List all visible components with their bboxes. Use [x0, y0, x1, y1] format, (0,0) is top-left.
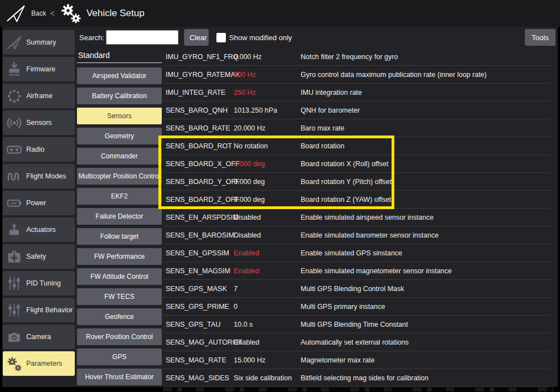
show-modified-checkbox[interactable] [216, 33, 226, 42]
back-button[interactable]: Back [31, 9, 46, 17]
param-row-sens-en-barosim[interactable]: SENS_EN_BAROSIM Disabled Enable simulate… [163, 226, 550, 244]
page-title: Vehicle Setup [86, 8, 144, 19]
param-row-sens-en-gpssim[interactable]: SENS_EN_GPSSIM Enabled Enable simulated … [163, 244, 550, 262]
search-label: Search: [79, 33, 104, 42]
tools-button[interactable]: Tools [525, 29, 556, 46]
content-area: Summary Firmware Airframe Sensors [2, 27, 558, 387]
actuator-icon [6, 222, 22, 238]
param-row-sens-board-y-off[interactable]: SENS_BOARD_Y_OFF 0.000 deg Board rotatio… [163, 173, 550, 191]
group-follow-target[interactable]: Follow target [77, 228, 162, 245]
group-multicopter-position-control[interactable]: Multicopter Position Control [77, 168, 162, 185]
group-ekf2[interactable]: EKF2 [77, 188, 162, 205]
group-commander[interactable]: Commander [77, 148, 162, 164]
param-row-sens-board-z-off[interactable]: SENS_BOARD_Z_OFF 0.000 deg Board rotatio… [163, 191, 550, 209]
group-sensors[interactable]: Sensors [77, 108, 162, 124]
sidebar-item-power[interactable]: Power [3, 191, 75, 215]
group-fw-tecs[interactable]: FW TECS [77, 288, 162, 305]
vehicle-setup-window: Back < Vehicle Setup Summary [0, 0, 560, 392]
sidebar-item-pid-tuning[interactable]: PID Tuning [3, 271, 75, 296]
vehicle-setup-gears-icon [60, 2, 82, 25]
camera-icon [6, 329, 22, 345]
param-row-sens-baro-rate[interactable]: SENS_BARO_RATE 20.000 Hz Baro max rate [163, 119, 550, 137]
signal-waves-icon [6, 115, 22, 131]
param-row-sens-mag-autorot[interactable]: SENS_MAG_AUTOROT Enabled Automatically s… [163, 333, 550, 351]
param-row-sens-en-magsim[interactable]: SENS_EN_MAGSIM Enabled Enable simulated … [163, 262, 550, 280]
group-geofence[interactable]: Geofence [77, 308, 162, 325]
setup-sidebar: Summary Firmware Airframe Sensors [2, 27, 75, 387]
first-aid-icon [6, 249, 22, 265]
show-modified-label: Show modified only [229, 33, 292, 42]
param-row-sens-board-x-off[interactable]: SENS_BOARD_X_OFF 0.000 deg Board rotatio… [163, 155, 550, 173]
group-fw-attitude-control[interactable]: FW Attitude Control [77, 268, 162, 285]
parameters-toolbar: Search: Clear Show modified only Tools [75, 27, 558, 48]
sidebar-item-sensors[interactable]: Sensors [3, 110, 75, 135]
group-failure-detector[interactable]: Failure Detector [77, 208, 162, 225]
sidebar-item-actuators[interactable]: Actuators [3, 217, 75, 242]
clipped-bottom-row [163, 388, 553, 391]
breadcrumb-separator: < [50, 9, 55, 18]
param-row-imu-integ-rate[interactable]: IMU_INTEG_RATE 250 Hz IMU integration ra… [163, 84, 550, 101]
param-row-sens-baro-qnh[interactable]: SENS_BARO_QNH 1013.250 hPa QNH for barom… [163, 101, 550, 119]
sidebar-item-safety[interactable]: Safety [3, 244, 75, 269]
param-row-imu-gyro-nf1-frq[interactable]: IMU_GYRO_NF1_FRQ 0.000 Hz Notch filter 2… [163, 48, 550, 66]
sidebar-item-firmware[interactable]: Firmware [3, 57, 75, 81]
parameters-panel: Search: Clear Show modified only Tools S… [75, 27, 558, 387]
sliders-icon [6, 302, 22, 318]
param-row-sens-board-rot[interactable]: SENS_BOARD_ROT No rotation Board rotatio… [163, 137, 550, 155]
sidebar-item-radio[interactable]: Radio [3, 137, 75, 162]
group-hover-thrust-estimator[interactable]: Hover Thrust Estimator [77, 369, 162, 385]
parameter-table: IMU_GYRO_NF1_FRQ 0.000 Hz Notch filter 2… [163, 48, 550, 387]
group-list: Standard Airspeed Validator Battery Cali… [77, 48, 162, 387]
group-gps[interactable]: GPS [77, 349, 162, 365]
sidebar-item-flight-modes[interactable]: Flight Modes [3, 164, 75, 188]
param-row-sens-en-arspdsim[interactable]: SENS_EN_ARSPDSIM Disabled Enable simulat… [163, 209, 550, 226]
parameters-body: Standard Airspeed Validator Battery Cali… [75, 48, 558, 387]
group-airspeed-validator[interactable]: Airspeed Validator [77, 67, 162, 84]
sliders-icon [6, 275, 22, 292]
param-row-sens-gps-prime[interactable]: SENS_GPS_PRIME 0 Multi GPS primary insta… [163, 298, 550, 316]
clear-button[interactable]: Clear [184, 29, 209, 46]
sidebar-item-flight-behavior[interactable]: Flight Behavior [3, 298, 75, 322]
param-row-sens-gps-mask[interactable]: SENS_GPS_MASK 7 Multi GPS Blending Contr… [163, 280, 550, 298]
gears-icon [6, 356, 22, 372]
battery-icon [6, 195, 22, 211]
param-row-sens-gps-tau[interactable]: SENS_GPS_TAU 10.0 s Multi GPS Blending T… [163, 316, 550, 333]
param-row-imu-gyro-ratemax[interactable]: IMU_GYRO_RATEMAX 800 Hz Gyro control dat… [163, 66, 550, 84]
sidebar-item-summary[interactable]: Summary [3, 30, 75, 55]
param-row-sens-mag-rate[interactable]: SENS_MAG_RATE 15.000 Hz Magnetometer max… [163, 351, 550, 369]
paper-plane-icon [6, 35, 22, 51]
qgc-paper-plane-logo-icon [6, 3, 27, 23]
group-list-header: Standard [77, 48, 162, 63]
firmware-download-icon [6, 61, 22, 78]
sidebar-item-airframe[interactable]: Airframe [3, 84, 75, 108]
param-row-sens-mag-sides[interactable]: SENS_MAG_SIDES Six side calibration Bitf… [163, 369, 550, 387]
radio-controller-icon [6, 142, 22, 158]
search-input[interactable] [106, 30, 178, 45]
header-bar: Back < Vehicle Setup [0, 0, 560, 27]
group-geometry[interactable]: Geometry [77, 128, 162, 144]
sidebar-item-parameters[interactable]: Parameters [3, 351, 75, 376]
airframe-dots-icon [6, 88, 22, 104]
sidebar-item-camera[interactable]: Camera [3, 325, 75, 349]
wave-icon [6, 168, 22, 185]
group-rover-position-control[interactable]: Rover Position Control [77, 328, 162, 345]
group-battery-calibration[interactable]: Battery Calibration [77, 88, 162, 104]
group-fw-performance[interactable]: FW Performance [77, 248, 162, 265]
